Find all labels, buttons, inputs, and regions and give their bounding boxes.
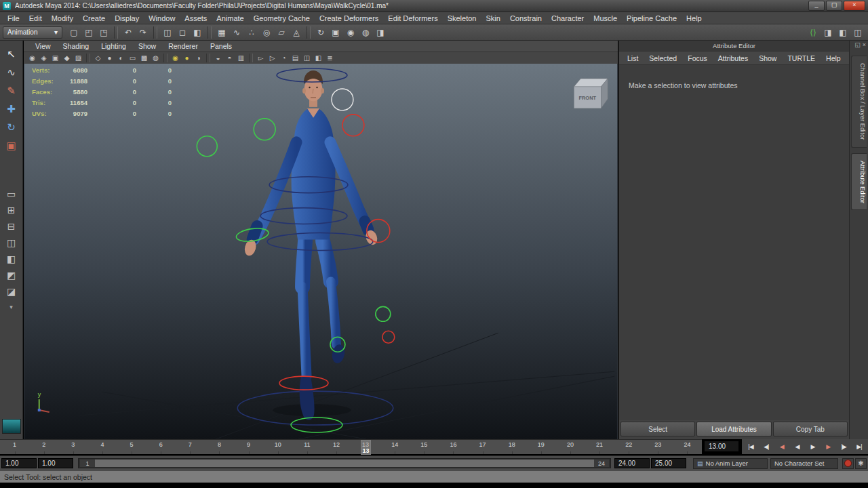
two-pane-stacked-layout-icon[interactable]: ⊟	[3, 218, 20, 235]
range-end-handle[interactable]: 24	[594, 460, 609, 467]
isolate-select-icon[interactable]: ◔	[278, 53, 290, 63]
panel-menu-show[interactable]: Show	[132, 42, 162, 50]
maximize-button[interactable]: ▢	[826, 1, 842, 11]
snap-to-points-icon[interactable]: ∴	[245, 26, 258, 39]
menu-window[interactable]: Window	[144, 14, 180, 22]
frame-18[interactable]: 18	[497, 440, 526, 454]
frame-10[interactable]: 10	[263, 440, 292, 454]
modeling-toolkit-icon[interactable]: ⟨⟩	[806, 26, 820, 39]
range-slider[interactable]: 1 24	[78, 458, 611, 468]
ae-menu-selected[interactable]: Selected	[644, 54, 682, 62]
save-scene-icon[interactable]: ◳	[97, 26, 111, 39]
sidebar-tab-channel-box-layer-editor[interactable]: Channel Box / Layer Editor	[851, 56, 867, 148]
snap-to-view-planes-icon[interactable]: ▱	[275, 26, 288, 39]
ae-menu-list[interactable]: List	[622, 54, 644, 62]
menu-character[interactable]: Character	[547, 14, 589, 22]
step-back-one-frame-button[interactable]: ◀|	[760, 441, 773, 453]
frame-22[interactable]: 22	[614, 440, 644, 454]
undo-icon[interactable]: ↶	[121, 26, 135, 39]
single-pane-layout-icon[interactable]: ▭	[3, 186, 20, 202]
render-settings-icon[interactable]: ◨	[374, 26, 387, 39]
redo-icon[interactable]: ↷	[136, 26, 150, 39]
load-attributes-button[interactable]: Load Attributes	[696, 422, 771, 436]
playback-start-field[interactable]: 1.00	[38, 458, 73, 468]
lighting-default-icon[interactable]: ●	[181, 53, 193, 63]
snap-to-projected-center-icon[interactable]: ◎	[260, 26, 273, 39]
frame-5[interactable]: 5	[117, 440, 146, 454]
wireframe-mode-icon[interactable]: ◇	[92, 53, 104, 63]
lock-camera-icon[interactable]: ◈	[38, 53, 50, 63]
new-scene-icon[interactable]: ▢	[67, 26, 81, 39]
ae-menu-turtle[interactable]: TURTLE	[782, 54, 821, 62]
close-button[interactable]: ×	[844, 1, 865, 11]
frame-11[interactable]: 11	[292, 440, 321, 454]
minimize-button[interactable]: _	[808, 1, 825, 11]
three-pane-left-layout-icon[interactable]: ◧	[3, 251, 20, 267]
toggle-channel-box-icon[interactable]: ◫	[851, 26, 865, 39]
ae-menu-focus[interactable]: Focus	[682, 54, 713, 62]
frame-8[interactable]: 8	[205, 440, 234, 454]
frame-1[interactable]: 1	[0, 440, 29, 454]
menu-skeleton[interactable]: Skeleton	[443, 14, 481, 22]
play-backwards-button[interactable]: ◀	[791, 441, 804, 453]
ipr-render-icon[interactable]: ◍	[359, 26, 372, 39]
panel-menu-shading[interactable]: Shading	[57, 42, 96, 50]
ae-menu-show[interactable]: Show	[753, 54, 782, 62]
menu-help[interactable]: Help	[682, 14, 707, 22]
make-live-icon[interactable]: ◬	[290, 26, 303, 39]
xray-icon[interactable]: ▻	[255, 53, 267, 63]
rotate-tool-icon[interactable]: ↻	[2, 118, 21, 136]
frame-16[interactable]: 16	[439, 440, 468, 454]
menu-skin[interactable]: Skin	[481, 14, 505, 22]
frame-24[interactable]: 24	[673, 440, 702, 454]
view-cube-front-label[interactable]: FRONT	[578, 95, 596, 101]
frame-17[interactable]: 17	[468, 440, 497, 454]
lighting-all-icon[interactable]: ◉	[170, 53, 181, 63]
menu-muscle[interactable]: Muscle	[589, 14, 622, 22]
menu-animate[interactable]: Animate	[212, 14, 248, 22]
step-back-one-key-button[interactable]: ◀	[775, 441, 789, 453]
lasso-tool-icon[interactable]: ∿	[2, 63, 21, 81]
pop-out-panel-icon[interactable]: ◱	[854, 41, 861, 49]
use-default-material-icon[interactable]: ◍	[150, 53, 161, 63]
toggle-tool-settings-icon[interactable]: ◧	[836, 26, 850, 39]
select-by-object-icon[interactable]: ◻	[176, 26, 189, 39]
open-scene-icon[interactable]: ◰	[82, 26, 96, 39]
character-set-dropdown[interactable]: No Character Set	[770, 458, 838, 469]
view-cube[interactable]: FRONT	[574, 79, 608, 108]
sidebar-tab-attribute-editor[interactable]: Attribute Editor	[851, 153, 867, 211]
menu-pipeline-cache[interactable]: Pipeline Cache	[622, 14, 682, 22]
menu-file[interactable]: File	[3, 14, 24, 22]
select-by-hierarchy-icon[interactable]: ◫	[161, 26, 174, 39]
frame-3[interactable]: 3	[58, 440, 87, 454]
frame-7[interactable]: 7	[176, 440, 205, 454]
frame-6[interactable]: 6	[146, 440, 176, 454]
xray-joints-icon[interactable]: ▷	[267, 53, 278, 63]
camera-attributes-icon[interactable]: ▣	[50, 53, 61, 63]
step-forward-one-frame-button[interactable]: |▶	[837, 441, 850, 453]
outliner-persp-layout-icon[interactable]: ◪	[3, 283, 20, 300]
copy-tab-button[interactable]: Copy Tab	[773, 422, 848, 436]
go-to-playback-end-button[interactable]: ▶|	[852, 441, 866, 453]
panel-menu-lighting[interactable]: Lighting	[95, 42, 132, 50]
bounding-box-icon[interactable]: ▭	[127, 53, 138, 63]
motion-blur-icon[interactable]: ◓	[224, 53, 235, 63]
open-render-view-icon[interactable]: ▣	[329, 26, 342, 39]
hud-toggle-icon[interactable]: ≣	[324, 53, 336, 63]
panel-menu-renderer[interactable]: Renderer	[162, 42, 204, 50]
viewport-panel[interactable]: ViewShadingLightingShowRendererPanels ◉◈…	[24, 41, 618, 439]
snap-to-grids-icon[interactable]: ▦	[215, 26, 229, 39]
animation-start-field[interactable]: 1.00	[1, 458, 37, 468]
menu-constrain[interactable]: Constrain	[505, 14, 547, 22]
panel-menu-panels[interactable]: Panels	[204, 42, 238, 50]
current-frame-field[interactable]: 13.00	[704, 441, 739, 452]
frame-21[interactable]: 21	[585, 440, 614, 454]
scene-view[interactable]: FRONT y	[24, 64, 618, 439]
range-slider-bar[interactable]	[80, 460, 609, 467]
scale-tool-icon[interactable]: ▣	[2, 136, 21, 155]
menu-edit[interactable]: Edit	[24, 14, 47, 22]
select-camera-icon[interactable]: ◉	[26, 53, 38, 63]
flat-shade-icon[interactable]: ◐	[115, 53, 127, 63]
current-time-marker[interactable]: 13	[361, 440, 371, 455]
shadows-icon[interactable]: ◑	[193, 53, 204, 63]
